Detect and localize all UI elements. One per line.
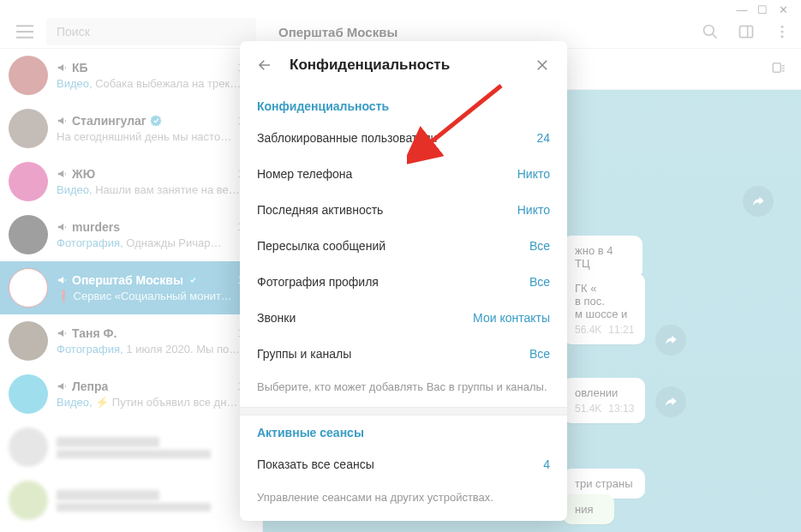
privacy-row[interactable]: Номер телефонаНикто: [240, 156, 567, 192]
privacy-row[interactable]: ЗвонкиМои контакты: [240, 300, 567, 336]
privacy-row[interactable]: Фотография профиляВсе: [240, 264, 567, 300]
back-button[interactable]: [255, 56, 274, 75]
section-privacy-title: Конфиденциальность: [240, 89, 567, 120]
privacy-row[interactable]: Группы и каналыВсе: [240, 336, 567, 372]
sessions-value: 4: [543, 457, 550, 471]
privacy-row-label: Звонки: [257, 311, 296, 325]
privacy-row[interactable]: Последняя активностьНикто: [240, 192, 567, 228]
privacy-modal: Конфиденциальность Конфиденциальность За…: [240, 41, 567, 521]
privacy-row-value: Все: [529, 347, 550, 361]
privacy-row-value: Все: [529, 239, 550, 253]
close-button[interactable]: [533, 56, 552, 75]
section-sessions-title: Активные сеансы: [240, 415, 567, 446]
modal-title: Конфиденциальность: [290, 57, 450, 74]
privacy-row-value: Никто: [517, 203, 550, 217]
privacy-row[interactable]: Пересылка сообщенийВсе: [240, 228, 567, 264]
privacy-row-label: Последняя активность: [257, 203, 383, 217]
sessions-label: Показать все сеансы: [257, 457, 374, 471]
privacy-row-label: Группы и каналы: [257, 347, 351, 361]
privacy-row-value: Никто: [517, 167, 550, 181]
sessions-hint: Управление сеансами на других устройства…: [240, 482, 567, 517]
privacy-row-value: Все: [529, 275, 550, 289]
privacy-row-label: Номер телефона: [257, 167, 352, 181]
privacy-row-label: Заблокированные пользователи: [257, 131, 437, 145]
sessions-row[interactable]: Показать все сеансы 4: [240, 446, 567, 482]
privacy-row-value: Мои контакты: [473, 311, 550, 325]
privacy-row-label: Пересылка сообщений: [257, 239, 386, 253]
privacy-row-label: Фотография профиля: [257, 275, 379, 289]
privacy-hint: Выберите, кто может добавлять Вас в груп…: [240, 372, 567, 407]
privacy-row[interactable]: Заблокированные пользователи24: [240, 120, 567, 156]
section-separator: [240, 407, 567, 415]
privacy-row-value: 24: [536, 131, 550, 145]
